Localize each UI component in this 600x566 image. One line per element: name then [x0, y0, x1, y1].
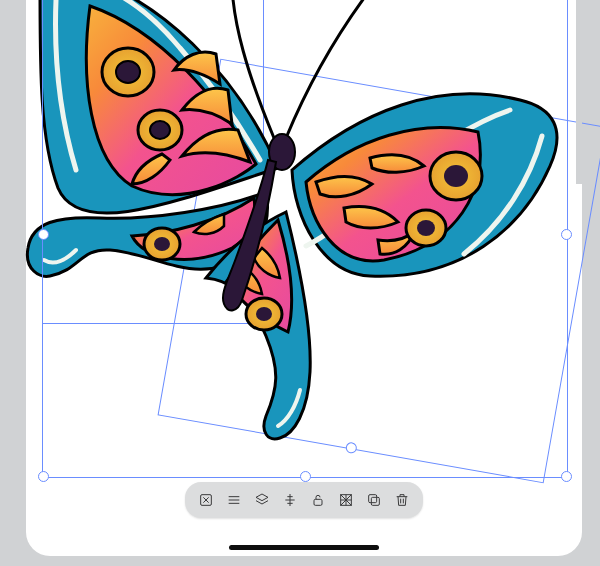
selection-handle-bl[interactable] [38, 471, 49, 482]
svg-rect-30 [369, 495, 377, 503]
artboard-button[interactable] [193, 487, 219, 513]
duplicate-button[interactable] [361, 487, 387, 513]
list-button[interactable] [221, 487, 247, 513]
home-indicator[interactable] [229, 545, 379, 550]
duplicate-icon [366, 492, 382, 508]
selection-bounding-box[interactable] [42, 0, 568, 478]
grid-button[interactable] [333, 487, 359, 513]
align-button[interactable] [277, 487, 303, 513]
align-icon [282, 492, 298, 508]
delete-button[interactable] [389, 487, 415, 513]
unlock-icon [310, 492, 326, 508]
svg-rect-23 [314, 499, 322, 505]
layers-icon [254, 492, 270, 508]
selection-handle-mb[interactable] [300, 471, 311, 482]
artboard[interactable] [26, 0, 582, 556]
selection-handle-ml[interactable] [38, 229, 49, 240]
selection-handle-mr[interactable] [561, 229, 572, 240]
layers-button[interactable] [249, 487, 275, 513]
trash-icon [394, 492, 410, 508]
selection-handle-br[interactable] [561, 471, 572, 482]
artboard-icon [198, 492, 214, 508]
contextual-toolbar [185, 482, 423, 518]
grid-icon [338, 492, 354, 508]
list-icon [226, 492, 242, 508]
viewport-gutter [576, 0, 582, 184]
lock-button[interactable] [305, 487, 331, 513]
svg-rect-29 [371, 497, 379, 505]
